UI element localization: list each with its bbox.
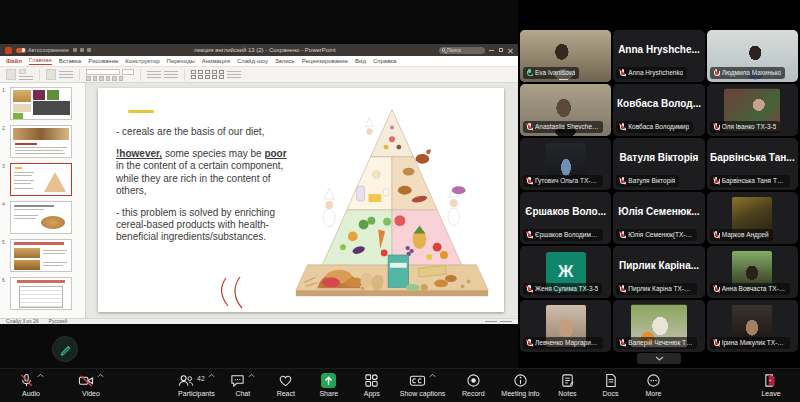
ppt-search-box[interactable]: Поиск	[439, 47, 485, 54]
participant-tile-anastasiia[interactable]: Anastasiia Shevchenko	[520, 84, 611, 136]
participant-tile-barvinska[interactable]: Барвінська Тан... Барвінська Таня ТХ-3-6	[707, 138, 798, 190]
mic-muted-icon	[619, 339, 626, 348]
autosave-toggle[interactable]: Автосохранение	[16, 47, 69, 53]
participant-tile-hutovych[interactable]: Гутович Ольга ТХ-3-6	[520, 138, 611, 190]
mic-muted-icon	[619, 69, 626, 78]
notes-button[interactable]: Notes	[552, 369, 582, 397]
more-button[interactable]: More	[638, 369, 668, 397]
video-menu-chevron[interactable]	[97, 373, 104, 378]
document-icon	[603, 373, 618, 388]
powerpoint-window: Автосохранение лекция английский 13 (2) …	[0, 44, 518, 324]
status-zoom-slider[interactable]	[485, 321, 512, 322]
tab-design[interactable]: Конструктор	[125, 58, 159, 64]
tab-insert[interactable]: Вставка	[59, 58, 81, 64]
maximize-icon[interactable]	[499, 48, 504, 53]
participant-name-label: Гутович Ольга ТХ-3-6	[523, 175, 603, 187]
redo-icon	[87, 48, 91, 52]
slide-title-dash	[128, 110, 154, 113]
participant-display-name: Anna Hryshche...	[613, 44, 704, 55]
leave-button[interactable]: Leave	[756, 369, 786, 397]
ppt-status-bar: Слайд 3 из 26 Русский	[0, 318, 518, 324]
participant-tile-anna-h[interactable]: Anna Hryshche... Anna Hryshchenko	[613, 30, 704, 82]
react-button[interactable]: React	[271, 369, 301, 397]
mic-muted-icon	[619, 231, 626, 240]
participant-tile-iryna[interactable]: Ірина Микулик ТХ-3-5	[707, 300, 798, 352]
ribbon-clipboard-group	[6, 69, 40, 81]
participant-tile-lyudmyla[interactable]: Людмила Махинько	[707, 30, 798, 82]
video-button[interactable]: Video	[76, 369, 106, 397]
tab-slideshow[interactable]: Слайд-шоу	[237, 58, 268, 64]
slide-thumbnail-5[interactable]	[10, 239, 72, 272]
participant-tile-anna-v[interactable]: Анна Вовчаста ТХ-3-5	[707, 246, 798, 298]
participant-tile-markov[interactable]: Марков Андрей	[707, 192, 798, 244]
apps-grid-icon	[364, 373, 379, 388]
slide-thumbnail-6[interactable]	[10, 277, 72, 310]
save-icon	[73, 48, 77, 52]
gallery-collapse-button[interactable]	[637, 353, 681, 364]
participant-tile-yershakov[interactable]: Єршаков Воло... Єршаков Володимир ТХ-..	[520, 192, 611, 244]
participant-name-label: Левченко Маргарита ТХ-..	[523, 337, 603, 349]
zoom-meeting-window: Автосохранение лекция английский 13 (2) …	[0, 0, 800, 402]
mic-muted-icon	[713, 123, 720, 132]
participant-tile-eva[interactable]: Eva Ivanišová	[520, 30, 611, 82]
tab-help[interactable]: Справка	[373, 58, 397, 64]
participants-panel: Eva Ivanišová Anna Hryshche... Anna Hrys…	[518, 0, 800, 368]
docs-button[interactable]: Docs	[595, 369, 625, 397]
participant-tile-yuliya[interactable]: Юлія Семенюк... Юлія Семенюк(ТХ-3-6)	[613, 192, 704, 244]
record-button[interactable]: Record	[458, 369, 488, 397]
notes-icon	[560, 373, 575, 388]
captions-menu-chevron[interactable]	[429, 373, 436, 378]
thumb-number: 1	[2, 87, 5, 93]
participants-button[interactable]: 42 Participants	[178, 369, 215, 397]
slide-editor-area: - cereals are the basis of our diet, !ho…	[86, 83, 518, 318]
tab-draw[interactable]: Рисование	[88, 58, 118, 64]
audio-button[interactable]: Audio	[16, 369, 46, 397]
participant-tile-kovbasa[interactable]: Ковбаса Волод... Ковбаса Володимир	[613, 84, 704, 136]
mic-muted-icon	[619, 177, 626, 186]
info-icon	[513, 373, 528, 388]
participant-tile-pyrlyk[interactable]: Пирлик Каріна... Пирлик Каріна ТХ-3-5	[613, 246, 704, 298]
ppt-ribbon[interactable]	[0, 67, 518, 83]
ppt-ribbon-tabs: Файл Главная Вставка Рисование Конструкт…	[0, 56, 518, 67]
tab-transitions[interactable]: Переходы	[167, 58, 195, 64]
search-icon	[442, 48, 446, 52]
slide-thumbnail-4[interactable]	[10, 201, 72, 234]
participants-menu-chevron[interactable]	[208, 373, 215, 378]
tab-review[interactable]: Рецензирование	[302, 58, 348, 64]
slide-line-2: !however, some species may be poor in th…	[116, 148, 292, 197]
annotation-pencil-button[interactable]	[52, 336, 78, 362]
close-icon[interactable]	[508, 48, 513, 53]
participant-tile-valerii[interactable]: Валерій Чеченюк ТХ-3-6	[613, 300, 704, 352]
quick-access-toolbar[interactable]	[73, 48, 91, 52]
minimize-icon[interactable]	[489, 50, 494, 51]
participant-tile-olya[interactable]: Оля Іванко ТХ-3-5	[707, 84, 798, 136]
share-button[interactable]: Share	[314, 369, 344, 397]
chat-menu-chevron[interactable]	[248, 373, 255, 378]
mic-muted-icon	[713, 285, 720, 294]
slide-thumbnail-1[interactable]	[10, 87, 72, 120]
participant-name-label: Пирлик Каріна ТХ-3-5	[616, 283, 696, 295]
slide-line-3: - this problem is solved by enriching ce…	[116, 207, 292, 244]
slide-thumbnail-2[interactable]	[10, 125, 72, 158]
participant-tile-levchenko[interactable]: Левченко Маргарита ТХ-..	[520, 300, 611, 352]
tab-animations[interactable]: Анимация	[202, 58, 230, 64]
tab-view[interactable]: Вид	[355, 58, 366, 64]
apps-button[interactable]: Apps	[357, 369, 387, 397]
meeting-info-button[interactable]: Meeting info	[501, 369, 539, 397]
ribbon-slides-group	[46, 69, 80, 81]
share-screen-icon	[321, 373, 336, 388]
food-pyramid-illustration	[292, 100, 492, 306]
tab-home[interactable]: Главная	[29, 57, 52, 65]
participant-name-label: Eva Ivanišová	[523, 67, 579, 79]
audio-menu-chevron[interactable]	[37, 373, 44, 378]
participant-tile-vatulya[interactable]: Ватуля Вікторія Ватуля Вікторія	[613, 138, 704, 190]
tab-record[interactable]: Запись	[275, 58, 295, 64]
show-captions-button[interactable]: Show captions	[400, 369, 446, 397]
chat-button[interactable]: Chat	[228, 369, 258, 397]
participant-display-name: Юлія Семенюк...	[613, 206, 704, 217]
participant-tile-zhenya[interactable]: Ж Женя Сулима ТХ-3-5	[520, 246, 611, 298]
mic-muted-icon	[713, 69, 720, 78]
participant-name-label: Людмила Махинько	[710, 67, 786, 79]
tab-file[interactable]: Файл	[6, 58, 22, 64]
slide-thumbnail-3-current[interactable]	[10, 163, 72, 196]
